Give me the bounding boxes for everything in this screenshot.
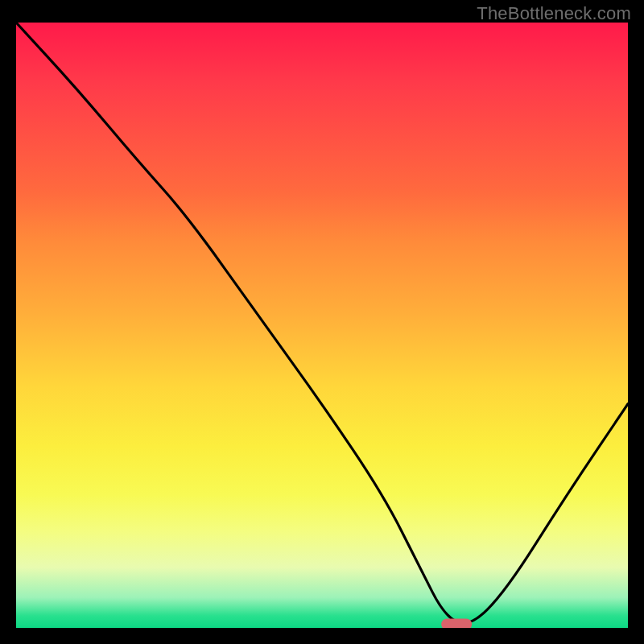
optimal-point-marker bbox=[441, 618, 472, 628]
chart-svg bbox=[16, 23, 628, 628]
bottleneck-curve-line bbox=[16, 23, 628, 623]
chart-plot-area bbox=[16, 23, 628, 628]
watermark-text: TheBottleneck.com bbox=[477, 3, 631, 24]
